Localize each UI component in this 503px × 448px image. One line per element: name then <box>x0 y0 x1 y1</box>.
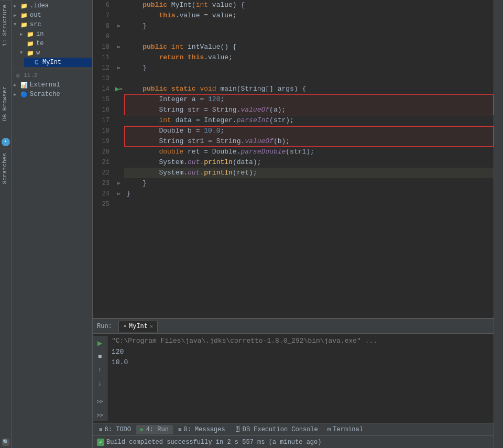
run-tab-myint[interactable]: ▪ MyInt ✕ <box>118 321 158 332</box>
toolbar-tab-messages[interactable]: ≡ 0: Messages <box>174 425 229 434</box>
todo-icon: ≡ <box>99 427 103 433</box>
code-editor[interactable]: 6 public MyInt(int value) { 7 this.value… <box>93 0 494 318</box>
code-line-25: 25 <box>93 199 494 210</box>
code-line-7: 7 this.value = value; <box>93 10 494 21</box>
tree-arrow: ▶ <box>14 82 20 88</box>
code-line-17: 17 int data = Integer.parseInt(str); <box>93 115 494 126</box>
line-num-14: 14 <box>93 84 114 94</box>
bottom-panel-tabs: Run: ▪ MyInt ✕ <box>93 319 494 334</box>
run-command-line: "C:\Program Files\java\.jdks\corretto-1.… <box>112 337 489 345</box>
run-more-button[interactable]: >> <box>95 397 105 407</box>
line-num-9: 9 <box>93 31 114 42</box>
tree-arrow: ▶ <box>14 3 20 9</box>
folder-icon: 📁 <box>26 40 35 47</box>
gutter-25 <box>114 199 124 210</box>
toolbar-tab-terminal-label: Terminal <box>333 426 363 433</box>
tree-label: src <box>30 21 41 28</box>
folder-blue-icon: 📁 <box>20 21 28 28</box>
run-output-line-1: 120 <box>112 347 489 357</box>
toolbar-tab-todo[interactable]: ≡ 6: TODO <box>95 425 135 434</box>
gutter-13 <box>114 73 124 84</box>
run-icon: ▶ <box>140 426 144 433</box>
code-line-19: 19 String str1 = String.valueOf(b); <box>93 136 494 147</box>
sidebar-tab-structure[interactable]: 1: Structure <box>0 0 11 50</box>
run-sidebar-buttons: ▶ ■ ↑ ↓ >> >> <box>93 336 107 421</box>
db-exec-icon: 🗄 <box>235 426 240 433</box>
line-num-7: 7 <box>93 10 114 21</box>
tree-item-scratches[interactable]: ▶ 🔵 Scratche <box>12 90 92 99</box>
tree-arrow: ▼ <box>20 50 26 56</box>
code-content-16: String str = String.valueOf(a); <box>124 105 494 115</box>
code-line-10: 10 ⊳ public int intValue() { <box>93 42 494 52</box>
run-scroll-down-button[interactable]: ↓ <box>95 379 105 389</box>
line-num-19: 19 <box>93 136 114 147</box>
chart-icon: 📊 <box>20 81 28 89</box>
code-content-24: } <box>124 189 494 199</box>
sidebar-tab-scratches[interactable]: Scratches <box>0 148 11 188</box>
code-line-9: 9 <box>93 31 494 42</box>
run-scroll-up-button[interactable]: ↑ <box>95 365 105 376</box>
toolbar-tab-run-label: 4: Run <box>146 426 169 433</box>
run-stop-button[interactable]: ■ <box>95 352 105 362</box>
tree-label: in <box>36 30 43 38</box>
toolbar-tab-messages-label: 0: Messages <box>183 426 225 433</box>
scratches-icon: 🔵 <box>20 91 28 98</box>
tree-label: Scratche <box>30 91 60 98</box>
line-num-15: 15 <box>93 94 114 105</box>
code-content-10: public int intValue() { <box>124 42 494 52</box>
tree-item-w[interactable]: ▼ 📁 w <box>18 48 92 58</box>
code-content-21: System.out.println(data); <box>124 157 494 168</box>
main-area: 1: Structure DB Browser • Scratches 🔍 ▶ … <box>0 0 503 448</box>
gutter-24: ⊳ <box>114 189 124 199</box>
tab-close-btn[interactable]: ✕ <box>150 323 153 330</box>
gutter-22 <box>114 168 124 178</box>
line-num-16: 16 <box>93 105 114 115</box>
toolbar-tab-db-exec[interactable]: 🗄 DB Execution Console <box>231 425 322 434</box>
tree-item-src[interactable]: ▼ 📁 src <box>12 20 92 29</box>
gutter-8: ⊳ <box>114 21 124 31</box>
run-indicator[interactable]: ▶ <box>115 84 119 94</box>
code-line-24: 24 ⊳ } <box>93 189 494 199</box>
tree-item-te[interactable]: 📁 te <box>18 39 92 48</box>
tree-item-version[interactable]: ⚙ 11.2 <box>12 71 92 80</box>
code-content-6: public MyInt(int value) { <box>124 0 494 10</box>
line-num-10: 10 <box>93 42 114 52</box>
tree-item-out[interactable]: ▶ 📁 out <box>12 10 92 20</box>
code-content-15: Integer a = 120; <box>124 94 494 105</box>
tree-item-external[interactable]: ▶ 📊 External <box>12 80 92 90</box>
file-tree-panel: ▶ 📁 .idea ▶ 📁 out ▼ 📁 src ▶ 📁 in 📁 te <box>12 0 93 448</box>
tree-item-myint[interactable]: C MyInt <box>24 58 92 67</box>
code-line-21: 21 System.out.println(data); <box>93 157 494 168</box>
tree-label: out <box>30 12 41 19</box>
toolbar-tab-terminal[interactable]: ⊡ Terminal <box>323 425 367 434</box>
code-line-15: 15 Integer a = 120; <box>93 94 494 105</box>
tree-arrow: ▼ <box>14 22 20 27</box>
run-output-line-2: 10.0 <box>112 357 489 368</box>
gutter-20 <box>114 147 124 157</box>
folder-orange-icon: 📁 <box>20 12 28 19</box>
collapse-icon-14: ⊳ <box>119 86 123 92</box>
tree-item-idea[interactable]: ▶ 📁 .idea <box>12 1 92 10</box>
run-play-button[interactable]: ▶ <box>95 338 105 348</box>
gutter-6 <box>114 0 124 10</box>
line-num-6: 6 <box>93 0 114 10</box>
code-content-23: } <box>124 178 494 189</box>
tree-arrow: ▶ <box>14 92 20 97</box>
tree-item-in[interactable]: ▶ 📁 in <box>18 29 92 39</box>
toolbar-tab-todo-label: 6: TODO <box>105 426 131 433</box>
run-options-button[interactable]: >> <box>95 410 105 421</box>
code-content-22: System.out.println(ret); <box>124 168 494 178</box>
code-content-25 <box>124 199 494 210</box>
sidebar-tab-db-browser[interactable]: DB Browser <box>0 82 11 125</box>
tree-label: .idea <box>30 2 49 9</box>
code-content-18: Double b = 10.0; <box>124 126 494 136</box>
code-content-7: this.value = value; <box>124 10 494 21</box>
tree-label: 11.2 <box>24 72 37 79</box>
search-icon[interactable]: 🔍 <box>2 439 9 446</box>
bottom-panel: Run: ▪ MyInt ✕ ▶ ■ ↑ ↓ >> >> <box>93 318 494 423</box>
code-content-8: } <box>124 21 494 31</box>
toolbar-tab-run[interactable]: ▶ 4: Run <box>136 425 173 434</box>
folder-icon: 📁 <box>26 30 35 38</box>
messages-icon: ≡ <box>178 427 182 433</box>
gutter-19 <box>114 136 124 147</box>
